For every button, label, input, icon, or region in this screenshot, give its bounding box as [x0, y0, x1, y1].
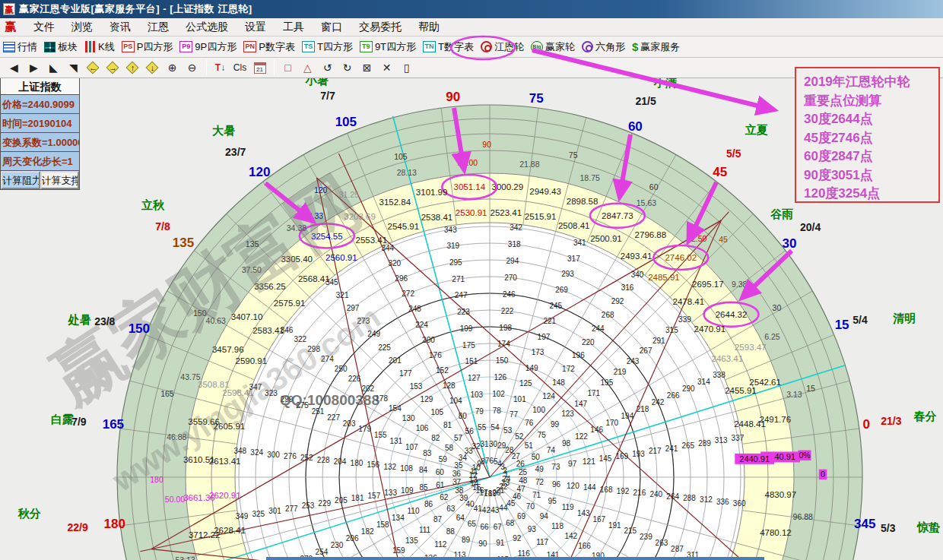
- outer-degree-label: 135: [173, 236, 194, 250]
- diamond-up-icon[interactable]: ↑: [123, 59, 142, 76]
- rotate-cw-icon[interactable]: ↻: [338, 59, 357, 76]
- menu-item-10[interactable]: 帮助: [410, 21, 448, 33]
- toolbar-button-9T四方形[interactable]: T99T四方形: [360, 40, 416, 54]
- inner-price-label: 2620.91: [209, 491, 241, 500]
- down-right-icon[interactable]: ◥: [64, 59, 83, 76]
- wheel-number: 268: [602, 311, 614, 319]
- menu-item-8[interactable]: 窗口: [313, 21, 351, 33]
- wheel-number: 90: [478, 539, 487, 548]
- degree-label: 75: [569, 150, 578, 160]
- degree-highlight: 0: [821, 470, 825, 479]
- diamond-left-icon[interactable]: ←: [84, 59, 103, 76]
- toolbar-button-T数字表[interactable]: TNT数字表: [423, 40, 474, 54]
- wheel-number: 219: [614, 368, 627, 376]
- zoom-out-icon[interactable]: ⊖: [183, 59, 202, 76]
- toolbar-button-P数字表[interactable]: PNP数字表: [243, 40, 295, 54]
- wheel-number: 344: [381, 244, 394, 252]
- wheel-number: 227: [327, 413, 340, 422]
- wheel-number: 226: [348, 375, 361, 383]
- wheel-number: 120: [567, 482, 579, 490]
- wheel-number: 166: [578, 542, 591, 550]
- wheel-number: 52: [515, 432, 524, 441]
- toolbar-label: 9P四方形: [195, 40, 237, 54]
- toolbar-button-赢家服务[interactable]: $赢家服务: [632, 40, 680, 54]
- wheel-number: 167: [592, 515, 605, 524]
- kline-icon: [84, 41, 96, 52]
- ps-icon: PS: [122, 41, 135, 52]
- menu-item-6[interactable]: 设置: [237, 21, 275, 33]
- diamond-right-icon[interactable]: →: [103, 59, 122, 76]
- percent-label: 9.38: [732, 280, 748, 289]
- toolbar-button-赢家轮[interactable]: Big赢家轮: [531, 40, 575, 54]
- wheel-number: 98: [562, 439, 571, 448]
- resize-icon[interactable]: ✕: [377, 59, 396, 76]
- toolbar-button-六角形[interactable]: 六角形: [582, 40, 625, 54]
- wheel-number: 215: [624, 527, 637, 535]
- wheel-number: 254: [316, 548, 329, 556]
- wheel-number: 315: [665, 326, 678, 334]
- wheel-number: 62: [440, 493, 449, 501]
- wheel-number: 84: [419, 466, 428, 474]
- inner-price-label: 2523.41: [491, 208, 522, 217]
- toolbar-label: P四方形: [137, 40, 173, 54]
- pointer-icon[interactable]: ▯: [397, 59, 416, 76]
- wheel-number: 25: [519, 468, 528, 476]
- term-date-label: 7/8: [155, 220, 170, 233]
- wheel-number: 5: [494, 457, 498, 466]
- zoom-in-icon[interactable]: ⊕: [163, 59, 182, 76]
- cls-button[interactable]: Cls: [230, 59, 249, 76]
- t9-icon: T9: [360, 41, 373, 52]
- toolbar-button-江恩轮[interactable]: 江恩轮: [481, 40, 524, 54]
- wheel-number: 130: [402, 414, 415, 422]
- menu-item-3[interactable]: 资讯: [101, 21, 139, 33]
- wheel-number: 196: [572, 351, 585, 359]
- wheel-number: 75: [538, 431, 547, 439]
- diamond-down-icon[interactable]: ↓: [143, 59, 162, 76]
- menu-item-5[interactable]: 公式选股: [177, 21, 237, 33]
- box-x-icon[interactable]: ⊠: [357, 59, 376, 76]
- wheel-number: 228: [317, 456, 330, 464]
- service-icon: $: [632, 40, 638, 53]
- menu-item-7[interactable]: 工具: [275, 21, 313, 33]
- time-range-icon[interactable]: T↓: [211, 59, 230, 76]
- wheel-number: 360: [733, 499, 746, 508]
- calc-resistance-button[interactable]: 计算阻力: [1, 171, 40, 189]
- forward-icon[interactable]: ▶: [24, 59, 43, 76]
- annotation-line-1: 2019年江恩轮中轮: [804, 73, 938, 92]
- menu-item-1[interactable]: 文件: [25, 21, 63, 33]
- toolbar-button-行情[interactable]: 行情: [3, 40, 37, 54]
- wheel-number: 198: [499, 324, 512, 332]
- menu-item-9[interactable]: 交易委托: [351, 21, 410, 33]
- term-date-label: 22/9: [67, 521, 87, 533]
- wheel-number: 97: [568, 460, 577, 468]
- toolbar-button-T四方形[interactable]: TST四方形: [302, 40, 353, 54]
- annotation-line-6: 90度3051点: [804, 166, 938, 185]
- up-left-icon[interactable]: ◣: [44, 59, 63, 76]
- menu-item-2[interactable]: 浏览: [63, 21, 101, 33]
- solar-term-label: 立秋: [141, 198, 165, 211]
- menu-item-4[interactable]: 江恩: [139, 21, 177, 33]
- toolbar-label: 行情: [17, 40, 37, 54]
- percent-label: 96.88: [793, 512, 813, 521]
- toolbar-button-P四方形[interactable]: PSP四方形: [122, 40, 173, 54]
- wheel-number: 318: [508, 240, 521, 248]
- wheel-number: 289: [698, 439, 711, 448]
- rotate-ccw-icon[interactable]: ↺: [318, 59, 337, 76]
- outer-degree-label: 105: [335, 115, 357, 129]
- wheel-number: 241: [665, 445, 678, 453]
- toolbar-button-K线[interactable]: K线: [84, 40, 115, 54]
- calc-support-button[interactable]: 计算支撑: [40, 171, 80, 189]
- calendar-icon[interactable]: 21: [250, 59, 269, 76]
- inner-price-label: 2500.91: [590, 234, 622, 243]
- toolbar-button-9P四方形[interactable]: P99P四方形: [179, 40, 237, 54]
- gann-wheel-icon: [481, 41, 492, 52]
- price-highlight: 2440.91: [739, 454, 770, 464]
- back-icon[interactable]: ◀: [5, 59, 24, 76]
- inner-price-label: 2493.41: [621, 252, 652, 261]
- wheel-number: 195: [601, 378, 614, 387]
- toolbar-button-板块[interactable]: 板块: [44, 40, 78, 54]
- wheel-number: 72: [535, 478, 545, 486]
- info-row-1: 价格=2440.9099: [1, 95, 79, 114]
- rect-tool-icon[interactable]: □: [278, 59, 297, 76]
- triangle-tool-icon[interactable]: △: [298, 59, 317, 76]
